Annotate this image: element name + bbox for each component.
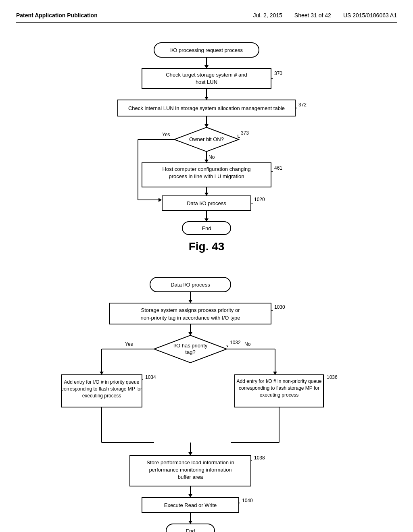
svg-text:1032: 1032 xyxy=(230,340,241,345)
svg-text:host LUN: host LUN xyxy=(196,79,217,85)
svg-marker-39 xyxy=(204,193,209,196)
svg-text:tag?: tag? xyxy=(185,349,195,355)
svg-text:No: No xyxy=(209,154,215,160)
svg-rect-53 xyxy=(110,303,271,324)
svg-marker-79 xyxy=(273,372,277,375)
svg-marker-18 xyxy=(204,124,209,127)
svg-text:Data I/O process: Data I/O process xyxy=(171,282,210,288)
svg-text:buffer area: buffer area xyxy=(178,474,203,480)
svg-marker-28 xyxy=(159,198,162,202)
svg-marker-60 xyxy=(188,332,192,335)
svg-marker-31 xyxy=(204,160,209,163)
svg-text:I/O processing request process: I/O processing request process xyxy=(170,47,243,53)
svg-text:Owner bit ON?: Owner bit ON? xyxy=(189,136,224,142)
svg-text:I/O has priority: I/O has priority xyxy=(173,343,208,349)
patent-number: US 2015/0186063 A1 xyxy=(343,12,397,19)
page: Patent Application Publication Jul. 2, 2… xyxy=(0,0,413,532)
svg-text:Check internal LUN in storage : Check internal LUN in storage system all… xyxy=(128,105,285,111)
svg-text:End: End xyxy=(186,528,195,532)
svg-text:Yes: Yes xyxy=(125,341,133,347)
svg-text:373: 373 xyxy=(241,130,249,136)
svg-text:executing process: executing process xyxy=(82,393,121,399)
svg-text:Host computer configuration ch: Host computer configuration changing xyxy=(163,166,251,172)
fig44-section: Data I/O process Storage system assigns … xyxy=(16,273,397,532)
svg-text:Add entry for I/O # in priorit: Add entry for I/O # in priority queue xyxy=(64,379,140,385)
svg-text:1030: 1030 xyxy=(274,304,285,310)
header-right: Jul. 2, 2015 Sheet 31 of 42 US 2015/0186… xyxy=(253,12,397,19)
publication-date: Jul. 2, 2015 xyxy=(253,12,282,19)
svg-marker-46 xyxy=(204,218,209,222)
sheet-info: Sheet 31 of 42 xyxy=(294,12,331,19)
svg-marker-3 xyxy=(204,65,209,69)
page-header: Patent Application Publication Jul. 2, 2… xyxy=(16,12,397,23)
svg-text:1040: 1040 xyxy=(242,498,253,503)
svg-text:corresponding to flash storage: corresponding to flash storage MP for xyxy=(61,386,142,392)
svg-text:Storage system assigns process: Storage system assigns process priority … xyxy=(141,307,240,313)
svg-marker-52 xyxy=(188,300,192,303)
svg-text:1020: 1020 xyxy=(254,197,265,202)
svg-text:Store performance load informa: Store performance load information in xyxy=(146,459,234,466)
svg-text:370: 370 xyxy=(274,71,282,76)
svg-text:Yes: Yes xyxy=(162,132,170,137)
svg-text:non-priority tag in accordance: non-priority tag in accordance with I/O … xyxy=(140,315,240,321)
fig43-diagram: I/O processing request process Check tar… xyxy=(65,35,348,236)
svg-text:Data I/O process: Data I/O process xyxy=(187,200,226,206)
svg-marker-69 xyxy=(100,372,104,375)
publication-label: Patent Application Publication xyxy=(16,12,98,19)
svg-text:1038: 1038 xyxy=(254,455,265,461)
svg-text:1036: 1036 xyxy=(327,374,338,380)
svg-marker-99 xyxy=(188,494,192,497)
svg-text:Add entry for I/O # in non-pri: Add entry for I/O # in non-priority queu… xyxy=(237,378,322,384)
svg-text:No: No xyxy=(244,341,251,347)
svg-text:process in line with LU migrat: process in line with LU migration xyxy=(169,173,244,179)
svg-text:1034: 1034 xyxy=(145,374,156,380)
svg-marker-105 xyxy=(188,521,192,524)
svg-text:executing process: executing process xyxy=(260,392,299,398)
fig43-label: Fig. 43 xyxy=(189,240,225,253)
fig44-diagram: Data I/O process Storage system assigns … xyxy=(53,273,360,532)
svg-text:Check target storage system # : Check target storage system # and xyxy=(166,72,247,78)
svg-marker-11 xyxy=(204,97,209,100)
fig43-section: I/O processing request process Check tar… xyxy=(16,35,397,265)
svg-text:corresponding to flash storage: corresponding to flash storage MP for xyxy=(239,385,319,391)
svg-text:372: 372 xyxy=(298,102,307,108)
svg-text:performance monitoring informa: performance monitoring information xyxy=(149,467,232,473)
svg-text:End: End xyxy=(202,225,211,231)
svg-line-65 xyxy=(227,345,228,347)
svg-text:461: 461 xyxy=(274,165,282,171)
svg-text:Execute Read or Write: Execute Read or Write xyxy=(164,502,217,508)
svg-marker-91 xyxy=(188,452,192,455)
